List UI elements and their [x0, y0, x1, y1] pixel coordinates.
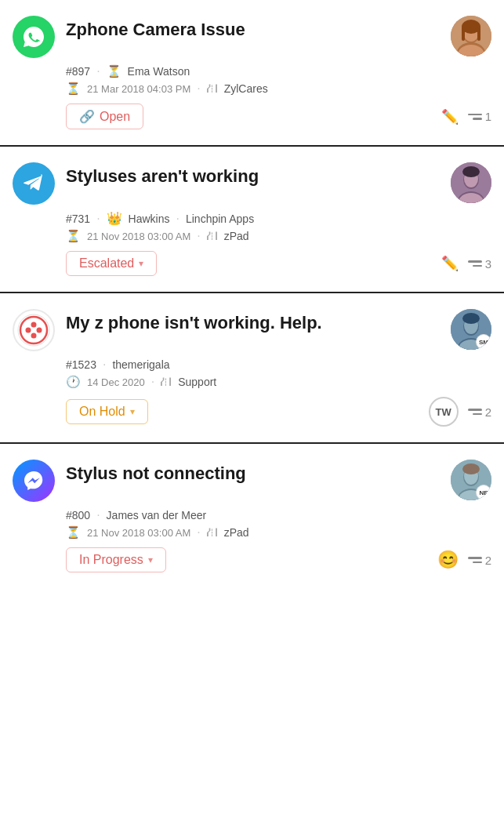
network-icon-3: ⛙ — [161, 376, 172, 388]
date-2: 21 Nov 2018 03:00 AM — [87, 231, 190, 242]
ticket-meta-4: #800 · James van der Meer ⏳ 21 Nov 2018 … — [66, 508, 491, 540]
ticket-meta-3: #1523 · themerigala 🕐 14 Dec 2020 · ⛙ Su… — [66, 358, 491, 389]
edit-icon-1[interactable]: ✏️ — [441, 108, 459, 125]
meta-row-id-4: #800 · James van der Meer — [66, 508, 491, 522]
assignee-3: themerigala — [112, 358, 169, 371]
ticket-title-2: Styluses aren't working — [66, 165, 451, 188]
network-icon-1: ⛙ — [207, 82, 218, 95]
count-icon-4: 2 — [468, 554, 491, 567]
status-label-4: In Progress — [79, 553, 143, 567]
status-badge-4[interactable]: In Progress ▾ — [66, 547, 166, 572]
meta-row-id-2: #731 · 👑 Hawkins · Linchpin Apps — [66, 211, 491, 226]
svg-point-13 — [462, 166, 480, 177]
ticket-card-1: Zphone Camera Issue #897 · ⏳ Ema Watson — [0, 0, 504, 147]
network-icon-4: ⛙ — [207, 526, 218, 539]
ticket-header-left-4: Stylus not connecting — [13, 460, 451, 502]
count-1: 1 — [485, 110, 491, 123]
app-icon-telegram — [13, 162, 55, 205]
ticket-card-3: My z phone isn't working. Help. SM #1523… — [0, 293, 504, 444]
open-icon-1: 🔗 — [79, 109, 95, 124]
count-3: 2 — [485, 405, 491, 419]
assignee-2: Hawkins — [129, 213, 170, 225]
avatar-2 — [451, 162, 491, 203]
svg-point-19 — [31, 333, 37, 339]
ticket-footer-2: Escalated ▾ ✏️ 3 — [66, 251, 491, 276]
status-label-1: Open — [100, 110, 130, 124]
hourglass-icon-2: ⏳ — [66, 229, 81, 243]
ticket-number-3: #1523 — [66, 358, 96, 371]
lines-icon-1 — [468, 114, 482, 120]
ticket-header-left-1: Zphone Camera Issue — [13, 16, 451, 58]
ticket-title-3: My z phone isn't working. Help. — [66, 312, 451, 335]
ticket-meta-2: #731 · 👑 Hawkins · Linchpin Apps ⏳ 21 No… — [66, 211, 491, 243]
count-icon-2: 3 — [468, 257, 491, 271]
svg-rect-7 — [477, 27, 480, 41]
ticket-title-4: Stylus not connecting — [66, 463, 451, 485]
ticket-footer-4: In Progress ▾ 😊 2 — [66, 547, 491, 572]
assignee-4: James van der Meer — [107, 509, 207, 521]
svg-point-18 — [31, 322, 37, 328]
chevron-2: ▾ — [139, 258, 143, 269]
ticket-header-4: Stylus not connecting NE — [13, 460, 491, 502]
meta-row-date-4: ⏳ 21 Nov 2018 03:00 AM · ⛙ zPad — [66, 525, 491, 540]
meta-row-date-1: ⏳ 21 Mar 2018 04:03 PM · ⛙ ZylCares — [66, 82, 491, 96]
ticket-title-1: Zphone Camera Issue — [66, 19, 451, 42]
footer-right-2: ✏️ 3 — [441, 255, 491, 272]
network-icon-2: ⛙ — [207, 230, 218, 242]
status-badge-1[interactable]: 🔗 Open — [66, 104, 143, 129]
status-badge-2[interactable]: Escalated ▾ — [66, 251, 157, 276]
hourglass-icon-1: ⏳ — [107, 64, 121, 78]
ticket-header-left-2: Styluses aren't working — [13, 162, 451, 205]
ticket-number-1: #897 — [66, 65, 90, 78]
ticket-header-1: Zphone Camera Issue — [13, 16, 491, 58]
count-icon-3: 2 — [468, 405, 491, 419]
hourglass-icon-date-1: ⏳ — [66, 82, 81, 96]
svg-point-17 — [37, 328, 42, 333]
ticket-footer-3: On Hold ▾ TW 2 — [66, 397, 491, 427]
date-1: 21 Mar 2018 04:03 PM — [87, 83, 190, 95]
product-2: zPad — [224, 230, 249, 242]
svg-point-16 — [26, 328, 31, 333]
svg-point-25 — [462, 313, 480, 324]
footer-right-3: TW 2 — [429, 397, 491, 427]
clock-icon-3: 🕐 — [66, 375, 81, 389]
product-1: ZylCares — [224, 82, 268, 95]
ticket-header-3: My z phone isn't working. Help. SM — [13, 309, 491, 351]
assignee-1: Ema Watson — [128, 65, 190, 78]
svg-point-31 — [462, 463, 480, 474]
status-badge-3[interactable]: On Hold ▾ — [66, 399, 148, 424]
svg-rect-6 — [462, 27, 465, 41]
product-4: zPad — [224, 526, 249, 539]
edit-icon-2[interactable]: ✏️ — [441, 255, 459, 272]
meta-row-date-2: ⏳ 21 Nov 2018 03:00 AM · ⛙ zPad — [66, 229, 491, 243]
count-4: 2 — [485, 554, 491, 567]
app-icon-whatsapp — [13, 16, 55, 58]
ticket-meta-1: #897 · ⏳ Ema Watson ⏳ 21 Mar 2018 04:03 … — [66, 64, 491, 96]
tw-badge-3: TW — [429, 397, 459, 427]
company-2: Linchpin Apps — [186, 213, 254, 225]
lines-icon-3 — [468, 409, 482, 415]
status-label-2: Escalated — [79, 256, 134, 271]
meta-row-id-3: #1523 · themerigala — [66, 358, 491, 372]
date-4: 21 Nov 2018 03:00 AM — [87, 527, 190, 539]
meta-row-date-3: 🕐 14 Dec 2020 · ⛙ Support — [66, 375, 491, 389]
date-3: 14 Dec 2020 — [87, 376, 145, 388]
smiley-icon-4: 😊 — [437, 550, 459, 570]
crown-icon-2: 👑 — [107, 211, 122, 226]
avatar-badge-3: SM — [476, 334, 491, 350]
meta-row-id-1: #897 · ⏳ Ema Watson — [66, 64, 491, 78]
app-icon-messenger — [13, 460, 55, 502]
ticket-number-4: #800 — [66, 509, 90, 521]
ticket-card-4: Stylus not connecting NE #800 · James va… — [0, 444, 504, 588]
svg-point-15 — [20, 317, 47, 343]
avatar-3: SM — [451, 309, 491, 350]
ticket-header-2: Styluses aren't working — [13, 162, 491, 205]
ticket-header-left-3: My z phone isn't working. Help. — [13, 309, 451, 351]
ticket-card-2: Styluses aren't working #731 · 👑 Hawkins… — [0, 147, 504, 293]
avatar-4: NE — [451, 460, 491, 500]
chevron-3: ▾ — [130, 406, 135, 417]
footer-right-4: 😊 2 — [437, 550, 491, 570]
ticket-footer-1: 🔗 Open ✏️ 1 — [66, 104, 491, 129]
count-icon-1: 1 — [468, 110, 491, 123]
app-icon-jira — [13, 309, 55, 351]
